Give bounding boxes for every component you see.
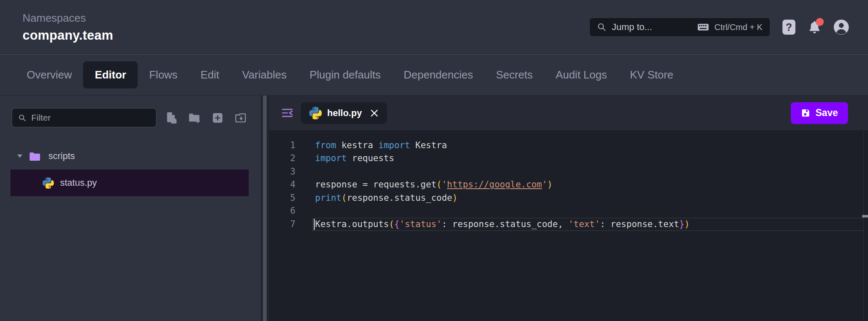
code-line-3[interactable]: 3 [269, 165, 868, 178]
file-tree: scripts status.py [0, 146, 261, 196]
caret-down-icon[interactable] [17, 154, 23, 159]
line-number: 1 [269, 139, 295, 152]
avatar[interactable] [834, 20, 849, 35]
line-number: 5 [269, 192, 295, 205]
sidebar-toolbar [12, 108, 261, 127]
save-label: Save [815, 107, 838, 119]
file-plus-icon [166, 112, 177, 124]
code-text: from kestra import Kestra [295, 139, 447, 152]
code-line-6[interactable]: 6 [269, 205, 868, 217]
tab-plugin-defaults[interactable]: Plugin defaults [310, 68, 381, 81]
code-text: import requests [295, 152, 394, 165]
tab-variables[interactable]: Variables [242, 68, 286, 81]
sidebar-actions [166, 112, 246, 124]
save-icon [801, 108, 810, 118]
folder-icon [29, 152, 40, 161]
line-number: 3 [269, 165, 295, 178]
python-icon [43, 177, 54, 189]
code-text [295, 205, 315, 217]
jump-to-search[interactable]: Jump to... Ctrl/Cmd + K [589, 18, 770, 37]
header-left: Namespaces company.team [23, 12, 113, 43]
code-text: print(response.status_code) [295, 192, 457, 205]
scrollbar-track [863, 130, 864, 321]
header: Namespaces company.team Jump to... Ctrl/… [0, 0, 868, 55]
tab-edit[interactable]: Edit [200, 68, 219, 81]
code-lines: 1from kestra import Kestra2import reques… [269, 139, 868, 231]
page-title: company.team [23, 28, 113, 43]
close-tab-icon[interactable] [370, 109, 378, 117]
breadcrumb[interactable]: Namespaces [23, 12, 113, 25]
collapse-sidebar-button[interactable] [282, 108, 293, 118]
filter-box[interactable] [12, 108, 156, 127]
tab-kv-store[interactable]: KV Store [630, 68, 673, 81]
tab-dependencies[interactable]: Dependencies [404, 68, 473, 81]
code-line-2[interactable]: 2import requests [269, 152, 868, 165]
jump-to-placeholder: Jump to... [612, 22, 652, 33]
shortcut-label: Ctrl/Cmd + K [714, 23, 762, 32]
code-text: response = requests.get('https://google.… [295, 178, 553, 191]
open-tab-hello-py[interactable]: hello.py [301, 102, 387, 124]
resizer-grip[interactable] [263, 96, 267, 321]
file-label: status.py [60, 177, 97, 188]
editor-tabstrip: hello.py Save [269, 96, 868, 130]
editor-panel: hello.py Save 1from kestra import Kestra… [269, 96, 868, 321]
tab-editor[interactable]: Editor [83, 61, 138, 88]
notification-dot [816, 18, 824, 26]
overview-ruler-marker[interactable] [862, 215, 868, 217]
code-line-4[interactable]: 4response = requests.get('https://google… [269, 178, 868, 191]
keyboard-icon [697, 23, 709, 31]
text-cursor [314, 219, 315, 230]
tree-folder-scripts[interactable]: scripts [0, 146, 261, 167]
tree-file-status-py[interactable]: status.py [10, 169, 249, 196]
code-text [295, 165, 315, 178]
add-button[interactable] [212, 113, 223, 123]
line-number: 4 [269, 178, 295, 191]
help-button[interactable]: ? [782, 20, 795, 35]
code-line-5[interactable]: 5print(response.status_code) [269, 192, 868, 205]
folder-plus-icon [189, 112, 200, 123]
new-file-button[interactable] [166, 112, 177, 124]
tab-audit-logs[interactable]: Audit Logs [556, 68, 607, 81]
sidebar-resizer[interactable] [261, 96, 269, 321]
plus-square-icon [212, 113, 223, 123]
tab-label: hello.py [327, 108, 362, 119]
tab-secrets[interactable]: Secrets [496, 68, 532, 81]
code-text: Kestra.outputs({'status': response.statu… [295, 218, 690, 231]
tab-flows[interactable]: Flows [149, 68, 177, 81]
code-line-7[interactable]: 7Kestra.outputs({'status': response.stat… [269, 218, 868, 231]
help-icon: ? [786, 21, 792, 33]
search-icon [597, 23, 606, 32]
code-editor[interactable]: 1from kestra import Kestra2import reques… [269, 130, 868, 321]
save-button[interactable]: Save [791, 102, 848, 124]
collapse-sidebar-icon [282, 108, 293, 118]
folder-import-icon [235, 113, 246, 123]
import-button[interactable] [235, 113, 246, 123]
filter-input[interactable] [31, 113, 150, 123]
folder-label: scripts [48, 151, 75, 162]
code-line-1[interactable]: 1from kestra import Kestra [269, 139, 868, 152]
line-number: 7 [269, 218, 295, 231]
search-icon [18, 114, 26, 122]
notifications-button[interactable] [807, 20, 822, 35]
python-icon [309, 107, 322, 119]
new-folder-button[interactable] [189, 112, 200, 123]
line-number: 2 [269, 152, 295, 165]
tab-overview[interactable]: Overview [27, 68, 72, 81]
nav-tabs: OverviewEditorFlowsEditVariablesPlugin d… [0, 55, 868, 96]
file-sidebar: scripts status.py [0, 96, 261, 321]
main: scripts status.py hello.py [0, 96, 868, 321]
header-right: Jump to... Ctrl/Cmd + K ? [589, 18, 849, 37]
line-number: 6 [269, 205, 295, 217]
